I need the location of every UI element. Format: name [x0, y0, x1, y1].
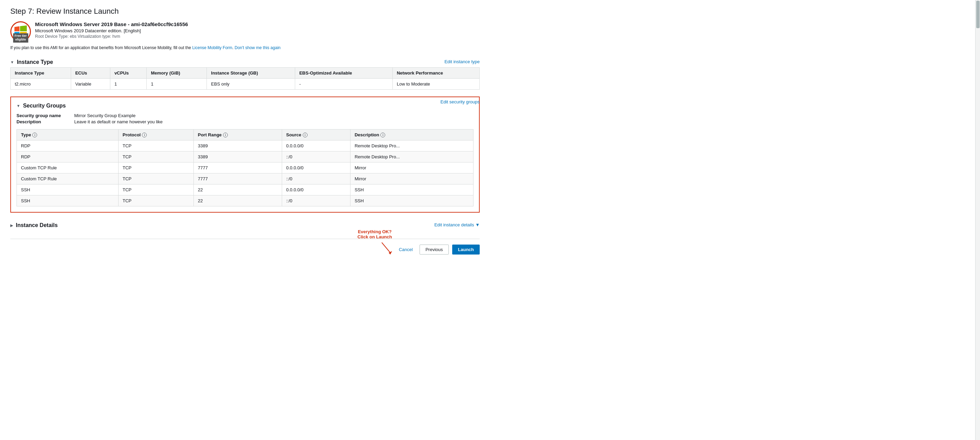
col-ebs-optimized: EBS-Optimized Available	[295, 68, 392, 79]
instance-details-chevron: ▶	[10, 223, 13, 228]
table-cell: Variable	[71, 79, 110, 90]
table-cell: Custom TCP Rule	[17, 162, 119, 173]
table-cell: SSH	[17, 184, 119, 195]
source-info-icon[interactable]: i	[303, 133, 307, 137]
table-cell: Low to Moderate	[392, 79, 479, 90]
table-row: Custom TCP RuleTCP77770.0.0.0/0Mirror	[17, 162, 474, 173]
ami-name: Microsoft Windows Server 2019 Base - ami…	[35, 21, 188, 27]
type-info-icon[interactable]: i	[32, 133, 37, 137]
table-cell: Mirror	[350, 173, 473, 184]
col-type: Type i	[17, 130, 119, 140]
col-protocol: Protocol i	[118, 130, 194, 140]
table-cell: 7777	[194, 162, 282, 173]
table-cell: RDP	[17, 140, 119, 151]
sg-table-header-row: Type i Protocol i Port Range i	[17, 130, 474, 140]
table-row: Custom TCP RuleTCP7777::/0Mirror	[17, 173, 474, 184]
sg-name-row: Security group name Mirror Security Grou…	[16, 113, 474, 118]
annotation: Everything OK? Click on Launch	[357, 229, 392, 254]
table-cell: 7777	[194, 173, 282, 184]
ami-info: Microsoft Windows Server 2019 Base - ami…	[35, 21, 188, 39]
table-row: RDPTCP3389::/0Remote Desktop Pro...	[17, 151, 474, 162]
instance-type-header-row: Instance Type ECUs vCPUs Memory (GiB) In…	[11, 68, 480, 79]
table-cell: 1	[147, 79, 207, 90]
table-cell: SSH	[350, 184, 473, 195]
table-cell: TCP	[118, 184, 194, 195]
free-tier-badge: Free tiereligible	[13, 33, 28, 43]
annotation-arrow-icon	[378, 241, 392, 254]
table-cell: -	[295, 79, 392, 90]
sg-desc-row: Description Leave it as default or name …	[16, 119, 474, 124]
launch-button[interactable]: Launch	[452, 245, 480, 254]
security-groups-title: Security Groups	[23, 103, 66, 109]
page-title: Step 7: Review Instance Launch	[10, 7, 480, 16]
table-cell: 3389	[194, 151, 282, 162]
edit-instance-type-link[interactable]: Edit instance type	[444, 59, 480, 64]
table-cell: Remote Desktop Pro...	[350, 140, 473, 151]
edit-details-dropdown-icon: ▼	[475, 222, 480, 227]
instance-details-header[interactable]: ▶ Instance Details	[10, 219, 480, 230]
table-row: t2.microVariable11EBS only-Low to Modera…	[11, 79, 480, 90]
footer: Everything OK? Click on Launch Cancel Pr…	[10, 239, 480, 254]
table-cell: TCP	[118, 162, 194, 173]
table-cell: 0.0.0.0/0	[282, 162, 350, 173]
table-cell: ::/0	[282, 173, 350, 184]
table-cell: 0.0.0.0/0	[282, 184, 350, 195]
edit-security-groups-link[interactable]: Edit security groups	[441, 99, 480, 105]
protocol-info-icon[interactable]: i	[142, 133, 147, 137]
table-cell: t2.micro	[11, 79, 71, 90]
col-instance-storage: Instance Storage (GB)	[207, 68, 295, 79]
previous-button[interactable]: Previous	[420, 245, 449, 254]
col-description: Description i	[350, 130, 473, 140]
instance-type-section: ▼ Instance Type Edit instance type Insta…	[10, 56, 480, 90]
svg-line-0	[382, 243, 390, 253]
cancel-button[interactable]: Cancel	[396, 245, 416, 254]
ami-header: Free tiereligible Microsoft Windows Serv…	[10, 21, 480, 42]
table-cell: SSH	[17, 195, 119, 206]
sg-meta: Security group name Mirror Security Grou…	[16, 113, 474, 124]
security-groups-box: ▼ Security Groups Security group name Mi…	[10, 97, 480, 213]
license-mobility-link[interactable]: License Mobility Form	[192, 45, 232, 50]
instance-type-title: Instance Type	[17, 59, 53, 65]
table-cell: EBS only	[207, 79, 295, 90]
table-cell: ::/0	[282, 151, 350, 162]
table-cell: SSH	[350, 195, 473, 206]
col-memory: Memory (GiB)	[147, 68, 207, 79]
port-range-info-icon[interactable]: i	[223, 133, 228, 137]
table-cell: Mirror	[350, 162, 473, 173]
instance-type-header[interactable]: ▼ Instance Type	[10, 56, 480, 67]
ami-logo-wrapper: Free tiereligible	[10, 21, 31, 42]
dont-show-again-link[interactable]: Don't show me this again	[235, 45, 281, 50]
ami-notice: If you plan to use this AMI for an appli…	[10, 45, 480, 50]
table-cell: 1	[110, 79, 146, 90]
instance-details-title: Instance Details	[16, 222, 58, 229]
security-groups-chevron: ▼	[16, 104, 20, 108]
col-port-range: Port Range i	[194, 130, 282, 140]
ami-description: Microsoft Windows 2019 Datacenter editio…	[35, 28, 188, 33]
description-info-icon[interactable]: i	[380, 133, 385, 137]
table-cell: RDP	[17, 151, 119, 162]
table-cell: 0.0.0.0/0	[282, 140, 350, 151]
table-row: SSHTCP22::/0SSH	[17, 195, 474, 206]
instance-type-table: Instance Type ECUs vCPUs Memory (GiB) In…	[10, 67, 480, 90]
table-cell: 22	[194, 184, 282, 195]
col-network-performance: Network Performance	[392, 68, 479, 79]
col-ecus: ECUs	[71, 68, 110, 79]
table-cell: Remote Desktop Pro...	[350, 151, 473, 162]
table-cell: TCP	[118, 173, 194, 184]
table-cell: TCP	[118, 151, 194, 162]
edit-instance-details-link[interactable]: Edit instance details ▼	[434, 222, 480, 227]
ami-meta: Root Device Type: ebs Virtualization typ…	[35, 34, 188, 39]
table-row: RDPTCP33890.0.0.0/0Remote Desktop Pro...	[17, 140, 474, 151]
instance-details-section: ▶ Instance Details Edit instance details…	[10, 219, 480, 230]
sg-desc-value: Leave it as default or name however you …	[74, 119, 162, 124]
table-cell: 22	[194, 195, 282, 206]
sg-name-label: Security group name	[16, 113, 72, 118]
table-cell: ::/0	[282, 195, 350, 206]
security-groups-header[interactable]: ▼ Security Groups	[16, 103, 474, 113]
table-cell: TCP	[118, 195, 194, 206]
security-groups-table: Type i Protocol i Port Range i	[16, 129, 474, 206]
table-row: SSHTCP220.0.0.0/0SSH	[17, 184, 474, 195]
table-cell: 3389	[194, 140, 282, 151]
table-cell: Custom TCP Rule	[17, 173, 119, 184]
col-source: Source i	[282, 130, 350, 140]
